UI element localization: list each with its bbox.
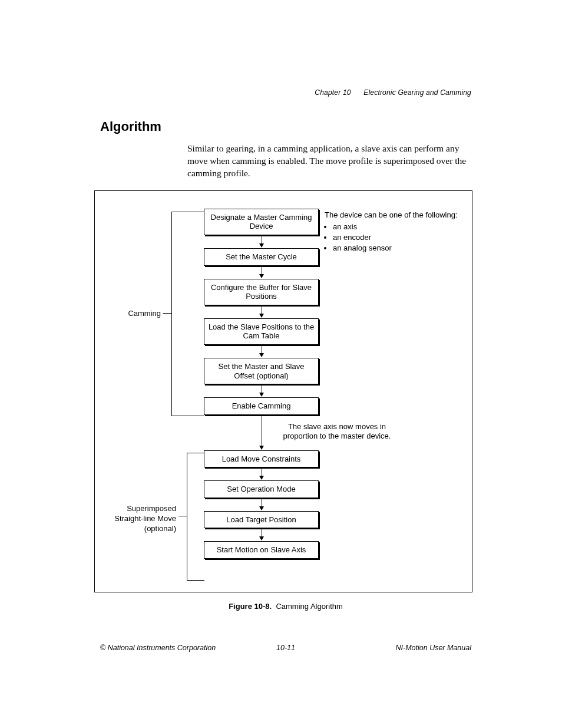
side-note-item: an axis: [333, 222, 463, 232]
arrow-down-icon: [204, 384, 319, 397]
bracket-camming: [171, 212, 204, 416]
label-superimposed: Superimposed Straight-line Move (optiona…: [105, 504, 176, 534]
mid-note: The slave axis now moves in proportion t…: [269, 422, 405, 442]
flow-box: Load the Slave Positions to the Cam Tabl…: [204, 318, 319, 345]
side-note-title: The device can be one of the following:: [325, 210, 463, 220]
flow-box: Set the Master and Slave Offset (optiona…: [204, 358, 319, 384]
flow-box: Enable Camming: [204, 397, 319, 415]
flow-box: Load Move Constraints: [204, 450, 319, 468]
flow-box: Configure the Buffer for Slave Positions: [204, 279, 319, 305]
flow-box: Start Motion on Slave Axis: [204, 541, 319, 559]
footer-right: NI-Motion User Manual: [395, 644, 471, 652]
arrow-down-icon: [204, 345, 319, 358]
figure-frame: Camming Superimposed Straight-line Move …: [94, 190, 472, 592]
body-paragraph: Similar to gearing, in a camming applica…: [187, 143, 471, 180]
caption-text: Camming Algorithm: [276, 602, 342, 611]
label-camming: Camming: [116, 309, 161, 319]
flow-box: Load Target Position: [204, 511, 319, 529]
flow-box: Set the Master Cycle: [204, 248, 319, 266]
flowchart: Designate a Master Camming Device Set th…: [204, 209, 319, 559]
arrow-down-icon: [204, 235, 319, 248]
arrow-down-icon: [204, 305, 319, 318]
side-note: The device can be one of the following: …: [325, 210, 463, 254]
arrow-down-icon: [204, 266, 319, 279]
side-note-item: an encoder: [333, 232, 463, 243]
callout-line: [163, 313, 171, 314]
chapter-title: Electronic Gearing and Camming: [363, 88, 471, 97]
figure-caption: Figure 10-8. Camming Algorithm: [100, 602, 471, 611]
callout-line: [178, 516, 187, 516]
arrow-down-icon: [204, 498, 319, 511]
section-heading: Algorithm: [100, 119, 471, 134]
arrow-down-icon: [204, 467, 319, 480]
flow-box: Set Operation Mode: [204, 480, 319, 498]
running-header: Chapter 10 Electronic Gearing and Cammin…: [315, 88, 471, 97]
bracket-superimposed: [187, 453, 204, 581]
side-note-item: an analog sensor: [333, 243, 463, 253]
flow-box: Designate a Master Camming Device: [204, 209, 319, 235]
caption-label: Figure 10-8.: [229, 602, 272, 611]
arrow-down-icon: [204, 528, 319, 541]
chapter-label: Chapter 10: [315, 88, 351, 97]
